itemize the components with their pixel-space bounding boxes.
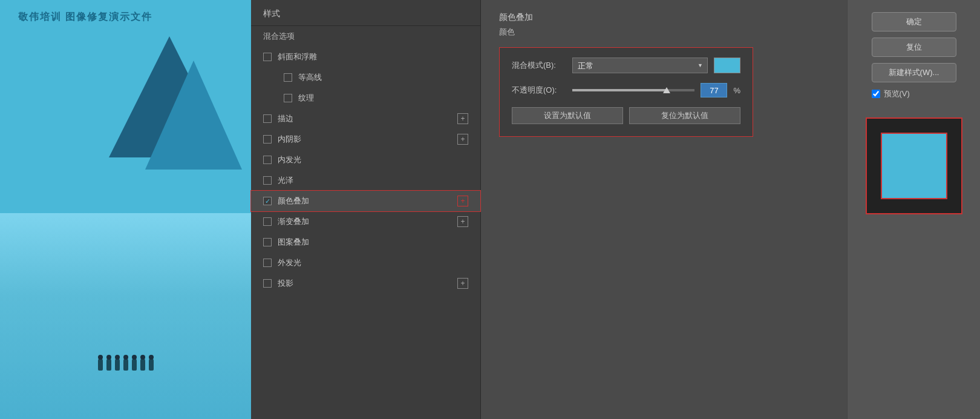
effect-item-inner-shadow[interactable]: 内阴影 + [251, 129, 480, 150]
effect-item-outer-glow[interactable]: 外发光 [251, 252, 480, 273]
effect-label-contour: 等高线 [298, 72, 468, 83]
plus-btn-color-overlay[interactable]: + [457, 196, 468, 206]
penguin [98, 358, 103, 371]
effect-item-gradient-overlay[interactable]: 渐变叠加 + [251, 211, 480, 232]
reset-button[interactable]: 复位 [872, 38, 956, 57]
slider-thumb[interactable] [663, 87, 670, 93]
penguin [140, 358, 145, 371]
checkbox-outer-glow[interactable] [263, 259, 272, 267]
effect-label-color-overlay: 颜色叠加 [278, 196, 457, 206]
checkbox-drop-shadow[interactable] [263, 279, 272, 288]
checkbox-color-overlay[interactable]: ✓ [263, 197, 272, 205]
settings-subtitle: 颜色 [499, 27, 829, 38]
effect-label-bevel: 斜面和浮雕 [278, 51, 468, 62]
settings-actions: 设置为默认值 复位为默认值 [512, 107, 740, 124]
effect-item-pattern-overlay[interactable]: 图案叠加 [251, 232, 480, 252]
penguin [123, 358, 128, 371]
effect-label-inner-shadow: 内阴影 [278, 134, 457, 145]
blend-mode-wrapper[interactable]: 正常 溶解 变暗 正片叠底 颜色加深 变亮 滤色 叠加 [572, 58, 708, 73]
blend-mode-select[interactable]: 正常 溶解 变暗 正片叠底 颜色加深 变亮 滤色 叠加 [572, 58, 708, 73]
checkbox-contour[interactable] [284, 73, 292, 82]
effect-label-inner-glow: 内发光 [278, 154, 468, 165]
penguin [149, 358, 154, 371]
effect-label-pattern-overlay: 图案叠加 [278, 237, 468, 248]
settings-box: 混合模式(B): 正常 溶解 变暗 正片叠底 颜色加深 变亮 滤色 叠加 不透明… [499, 47, 753, 137]
effect-item-satin[interactable]: 光泽 [251, 170, 480, 191]
plus-btn-stroke[interactable]: + [457, 113, 468, 124]
effect-item-texture[interactable]: 纹理 [251, 88, 480, 108]
watermark: 敬伟培训 图像修复演示文件 [18, 11, 152, 24]
checkbox-pattern-overlay[interactable] [263, 238, 272, 246]
blend-options-label[interactable]: 混合选项 [251, 26, 480, 47]
checkbox-inner-glow[interactable] [263, 156, 272, 164]
checkbox-satin[interactable] [263, 176, 272, 185]
preview-label: 预览(V) [884, 88, 910, 99]
preview-checkbox[interactable] [872, 90, 880, 98]
effect-item-drop-shadow[interactable]: 投影 + [251, 273, 480, 294]
snow-ground [0, 213, 251, 419]
penguin [115, 358, 120, 371]
effect-item-contour[interactable]: 等高线 [251, 67, 480, 88]
reset-default-button[interactable]: 复位为默认值 [629, 107, 740, 124]
blend-mode-row: 混合模式(B): 正常 溶解 变暗 正片叠底 颜色加深 变亮 滤色 叠加 [512, 58, 740, 73]
new-style-button[interactable]: 新建样式(W)... [872, 63, 956, 82]
plus-btn-gradient-overlay[interactable]: + [457, 216, 468, 227]
confirm-button[interactable]: 确定 [872, 12, 956, 31]
effect-label-satin: 光泽 [278, 175, 468, 186]
plus-btn-drop-shadow[interactable]: + [457, 278, 468, 289]
color-swatch[interactable] [714, 58, 740, 73]
effect-label-outer-glow: 外发光 [278, 257, 468, 268]
settings-title: 颜色叠加 [499, 12, 829, 23]
effects-panel-header: 样式 [251, 0, 480, 26]
penguin [106, 358, 111, 371]
opacity-slider-track[interactable] [572, 89, 694, 91]
checkbox-gradient-overlay[interactable] [263, 217, 272, 226]
set-default-button[interactable]: 设置为默认值 [512, 107, 623, 124]
checkbox-inner-shadow[interactable] [263, 135, 272, 144]
effect-item-inner-glow[interactable]: 内发光 [251, 150, 480, 170]
slider-fill [572, 89, 667, 91]
right-panel: 确定 复位 新建样式(W)... 预览(V) [847, 0, 980, 419]
effect-label-gradient-overlay: 渐变叠加 [278, 216, 457, 227]
settings-panel: 颜色叠加 颜色 混合模式(B): 正常 溶解 变暗 正片叠底 颜色加深 变亮 滤… [481, 0, 847, 419]
penguin [132, 358, 137, 371]
background-scene [0, 0, 251, 419]
effect-item-bevel[interactable]: 斜面和浮雕 [251, 47, 480, 67]
preview-thumbnail [866, 117, 962, 214]
effect-item-color-overlay[interactable]: ✓ 颜色叠加 + [251, 191, 480, 211]
plus-btn-inner-shadow[interactable]: + [457, 134, 468, 145]
checkbox-texture[interactable] [284, 94, 292, 102]
effect-label-drop-shadow: 投影 [278, 278, 457, 289]
checkbox-stroke[interactable] [263, 114, 272, 123]
effect-label-texture: 纹理 [298, 93, 468, 104]
opacity-row: 不透明度(O): % [512, 83, 740, 97]
effects-panel: 样式 混合选项 斜面和浮雕 等高线 纹理 描边 + 内阴影 + 内发光 光泽 ✓… [251, 0, 481, 419]
effect-label-stroke: 描边 [278, 113, 457, 124]
penguins-area [0, 358, 251, 371]
opacity-percent: % [733, 86, 740, 95]
image-panel: 敬伟培训 图像修复演示文件 [0, 0, 251, 419]
opacity-label: 不透明度(O): [512, 85, 566, 96]
preview-checkbox-wrapper: 预览(V) [872, 88, 956, 99]
opacity-slider-wrapper [572, 89, 694, 91]
blend-mode-label: 混合模式(B): [512, 60, 566, 71]
checkbox-bevel[interactable] [263, 53, 272, 61]
effect-item-stroke[interactable]: 描边 + [251, 108, 480, 129]
thumbnail-inner [881, 133, 947, 199]
opacity-input[interactable] [701, 83, 727, 97]
